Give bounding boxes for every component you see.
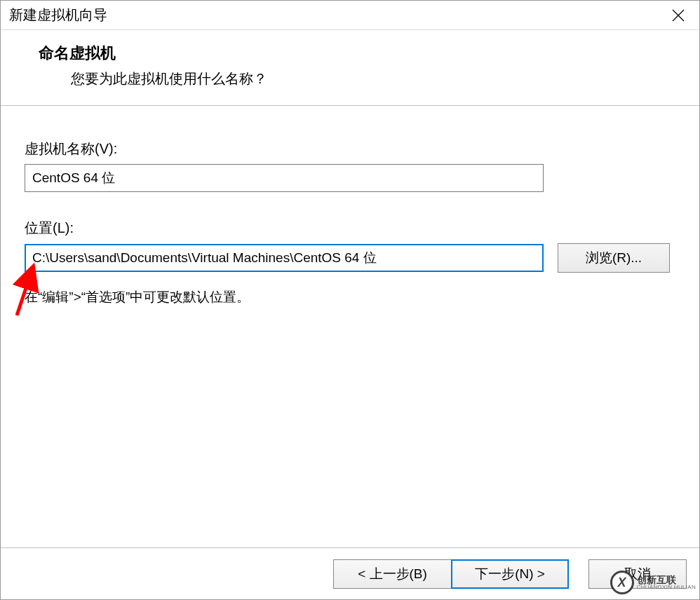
- watermark-logo: X 创新互联 CHUANGXIN HULIAN: [610, 571, 696, 594]
- vm-location-row: 位置(L): 浏览(R)...: [25, 219, 678, 273]
- vm-name-row: 虚拟机名称(V):: [25, 139, 678, 192]
- titlebar: 新建虚拟机向导: [1, 1, 699, 30]
- wizard-content: 虚拟机名称(V): 位置(L): 浏览(R)... 在“编辑”>“首选项”中可更…: [1, 106, 699, 547]
- default-location-hint: 在“编辑”>“首选项”中可更改默认位置。: [25, 288, 678, 306]
- watermark-text: 创新互联 CHUANGXIN HULIAN: [637, 575, 696, 590]
- close-button[interactable]: [657, 1, 699, 30]
- vm-location-input[interactable]: [25, 244, 544, 272]
- wizard-footer: < 上一步(B) 下一步(N) > 取消: [1, 547, 699, 599]
- watermark-text-cn: 创新互联: [637, 575, 696, 585]
- close-icon: [672, 9, 685, 22]
- back-button[interactable]: < 上一步(B): [333, 559, 451, 589]
- wizard-header-title: 命名虚拟机: [39, 43, 678, 64]
- browse-button[interactable]: 浏览(R)...: [558, 243, 670, 273]
- wizard-header-subtitle: 您要为此虚拟机使用什么名称？: [71, 69, 678, 88]
- vm-name-input[interactable]: [25, 164, 544, 192]
- watermark-badge-icon: X: [610, 571, 634, 594]
- watermark-text-en: CHUANGXIN HULIAN: [637, 585, 696, 590]
- next-button[interactable]: 下一步(N) >: [451, 559, 569, 589]
- vm-name-label: 虚拟机名称(V):: [25, 139, 678, 158]
- wizard-header: 命名虚拟机 您要为此虚拟机使用什么名称？: [1, 30, 699, 106]
- vm-location-input-row: 浏览(R)...: [25, 243, 678, 273]
- wizard-window: 新建虚拟机向导 命名虚拟机 您要为此虚拟机使用什么名称？ 虚拟机名称(V): 位…: [0, 0, 700, 600]
- window-title: 新建虚拟机向导: [9, 6, 107, 25]
- vm-location-label: 位置(L):: [25, 219, 678, 238]
